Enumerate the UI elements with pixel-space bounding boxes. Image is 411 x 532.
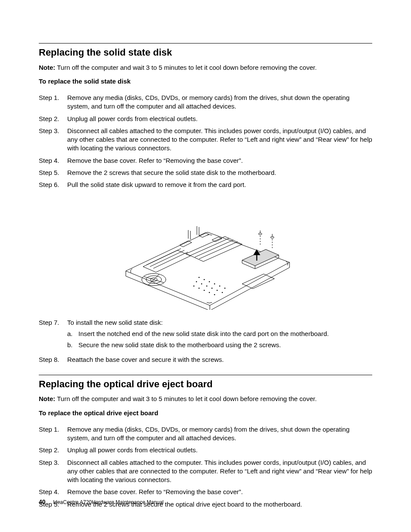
section-heading-ssd: Replacing the solid state disk	[39, 46, 372, 59]
substep-label: b.	[67, 341, 78, 349]
steps-odd: Step 1. Remove any media (disks, CDs, DV…	[39, 425, 372, 509]
step-label: Step 4.	[39, 488, 67, 496]
section-odd-eject: Replacing the optical drive eject board …	[39, 375, 372, 509]
svg-point-27	[199, 288, 200, 289]
svg-point-17	[214, 283, 215, 285]
step-item: Step 6. Pull the solid state disk upward…	[39, 180, 372, 189]
svg-line-8	[150, 250, 184, 267]
svg-point-21	[201, 283, 202, 285]
step-text: Disconnect all cables attached to the co…	[67, 458, 372, 485]
subheading-ssd: To replace the solid state disk	[39, 77, 372, 86]
svg-point-23	[212, 288, 213, 289]
svg-point-16	[209, 281, 210, 283]
step-item: Step 2. Unplug all power cords from elec…	[39, 446, 372, 454]
document-page: Replacing the solid state disk Note: Tur…	[0, 0, 411, 532]
note-label: Note:	[39, 395, 55, 402]
step-text: Pull the solid state disk upward to remo…	[67, 180, 372, 189]
page-footer: 40 IdeaCentre A720Hardware Maintenance M…	[39, 498, 164, 506]
svg-point-24	[217, 290, 218, 291]
svg-line-11	[190, 238, 229, 255]
step-item: Step 4. Remove the base cover. Refer to …	[39, 156, 372, 165]
svg-marker-43	[180, 241, 192, 247]
step-text: Reattach the base cover and secure it wi…	[67, 355, 372, 364]
note-text: Turn off the computer and wait 3 to 5 mi…	[57, 64, 317, 71]
section-ssd: Replacing the solid state disk Note: Tur…	[39, 43, 372, 364]
note-line-ssd: Note: Turn off the computer and wait 3 t…	[39, 63, 372, 72]
step-item: Step 1. Remove any media (disks, CDs, DV…	[39, 425, 372, 443]
svg-point-20	[196, 281, 197, 283]
svg-marker-31	[242, 249, 279, 266]
substeps: a. Insert the notched end of the new sol…	[67, 330, 372, 350]
motherboard-diagram-icon	[113, 193, 298, 310]
motherboard-diagram	[39, 193, 372, 312]
step-text: Disconnect all cables attached to the co…	[67, 127, 372, 153]
step-label: Step 8.	[39, 355, 67, 364]
step-text: To install the new solid state disk: a. …	[67, 318, 372, 352]
steps-ssd-2: Step 7. To install the new solid state d…	[39, 318, 372, 364]
step-label: Step 7.	[39, 318, 67, 327]
svg-line-12	[195, 240, 234, 257]
substep-text: Secure the new solid state disk to the m…	[78, 341, 372, 349]
step-text: Remove the 2 screws that secure the soli…	[67, 168, 372, 177]
substep-item: a. Insert the notched end of the new sol…	[67, 330, 372, 338]
step-item: Step 7. To install the new solid state d…	[39, 318, 372, 352]
step-label: Step 2.	[39, 446, 67, 454]
step-label: Step 1.	[39, 425, 67, 434]
svg-line-13	[199, 242, 238, 259]
steps-ssd-1: Step 1. Remove any media (disks, CDs, DV…	[39, 93, 372, 189]
step-text: Remove any media (disks, CDs, DVDs, or m…	[67, 93, 372, 111]
step-item: Step 1. Remove any media (disks, CDs, DV…	[39, 93, 372, 111]
step-item: Step 3. Disconnect all cables attached t…	[39, 458, 372, 485]
step-label: Step 3.	[39, 127, 67, 135]
step-text-line: To install the new solid state disk:	[67, 319, 163, 326]
note-text: Turn off the computer and wait 3 to 5 mi…	[57, 395, 317, 402]
svg-line-9	[153, 252, 188, 268]
step-label: Step 3.	[39, 458, 67, 467]
substep-item: b. Secure the new solid state disk to th…	[67, 341, 372, 349]
doc-title: IdeaCentre A720Hardware Maintenance Manu…	[53, 499, 164, 505]
svg-marker-40	[242, 274, 274, 289]
svg-point-15	[204, 279, 205, 280]
step-text: Remove the base cover. Refer to “Removin…	[67, 156, 372, 165]
svg-point-25	[222, 292, 223, 293]
step-label: Step 2.	[39, 115, 67, 123]
step-label: Step 1.	[39, 93, 67, 102]
svg-point-19	[224, 288, 226, 289]
svg-point-18	[219, 286, 221, 287]
step-item: Step 5. Remove the 2 screws that secure …	[39, 168, 372, 177]
step-item: Step 2. Unplug all power cords from elec…	[39, 115, 372, 123]
svg-point-28	[204, 290, 205, 291]
svg-point-38	[271, 236, 274, 238]
step-text: Remove any media (disks, CDs, DVDs, or m…	[67, 425, 372, 443]
step-text: Unplug all power cords from electrical o…	[67, 115, 372, 123]
page-number: 40	[39, 498, 46, 505]
svg-marker-10	[186, 236, 242, 261]
step-item: Step 3. Disconnect all cables attached t…	[39, 127, 372, 153]
svg-point-26	[193, 286, 195, 287]
step-label: Step 6.	[39, 180, 67, 189]
subheading-odd: To replace the optical drive eject board	[39, 409, 372, 417]
svg-marker-41	[199, 233, 209, 237]
substep-text: Insert the notched end of the new solid …	[78, 330, 372, 338]
step-label: Step 4.	[39, 156, 67, 165]
svg-point-14	[199, 277, 200, 278]
section-rule	[39, 375, 372, 375]
note-line-odd: Note: Turn off the computer and wait 3 t…	[39, 395, 372, 403]
svg-point-22	[206, 286, 208, 287]
step-text: Remove the base cover. Refer to “Removin…	[67, 488, 372, 496]
svg-point-30	[214, 294, 215, 296]
svg-marker-0	[126, 232, 290, 305]
svg-marker-42	[212, 237, 222, 242]
step-label: Step 5.	[39, 168, 67, 177]
svg-point-29	[209, 292, 210, 293]
step-item: Step 4. Remove the base cover. Refer to …	[39, 488, 372, 496]
substep-label: a.	[67, 330, 78, 338]
step-text: Unplug all power cords from electrical o…	[67, 446, 372, 454]
note-label: Note:	[39, 64, 55, 71]
svg-point-35	[258, 233, 262, 235]
step-item: Step 8. Reattach the base cover and secu…	[39, 355, 372, 364]
section-heading-odd: Replacing the optical drive eject board	[39, 378, 372, 391]
svg-line-7	[146, 249, 181, 265]
section-rule	[39, 43, 372, 44]
svg-marker-6	[143, 250, 190, 272]
